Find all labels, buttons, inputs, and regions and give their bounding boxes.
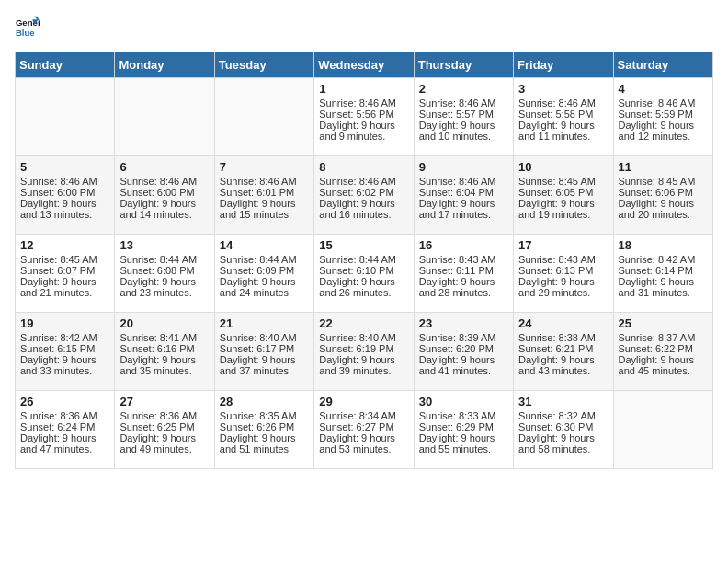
calendar-cell: 7Sunrise: 8:46 AMSunset: 6:01 PMDaylight… xyxy=(214,156,313,235)
col-header-wednesday: Wednesday xyxy=(314,52,414,78)
calendar-cell: 10Sunrise: 8:45 AMSunset: 6:05 PMDayligh… xyxy=(514,156,613,235)
day-number: 18 xyxy=(619,238,708,252)
calendar-cell: 2Sunrise: 8:46 AMSunset: 5:57 PMDaylight… xyxy=(414,78,513,156)
cell-info: Sunrise: 8:46 AM xyxy=(619,98,708,109)
logo-icon: General Blue xyxy=(15,15,40,40)
calendar-cell: 22Sunrise: 8:40 AMSunset: 6:19 PMDayligh… xyxy=(314,313,414,391)
cell-info: Sunrise: 8:34 AM xyxy=(319,410,408,421)
calendar-cell: 29Sunrise: 8:34 AMSunset: 6:27 PMDayligh… xyxy=(314,391,414,469)
cell-info: Sunset: 5:59 PM xyxy=(619,109,708,120)
calendar-cell: 6Sunrise: 8:46 AMSunset: 6:00 PMDaylight… xyxy=(115,156,214,235)
cell-info: and 14 minutes. xyxy=(119,209,209,220)
day-number: 11 xyxy=(619,160,708,174)
cell-info: and 29 minutes. xyxy=(518,287,608,298)
cell-info: Sunrise: 8:42 AM xyxy=(619,254,708,265)
calendar-cell: 20Sunrise: 8:41 AMSunset: 6:16 PMDayligh… xyxy=(115,313,214,391)
cell-info: Sunrise: 8:39 AM xyxy=(419,332,508,343)
cell-info: and 26 minutes. xyxy=(319,287,408,298)
day-number: 23 xyxy=(419,316,508,330)
cell-info: Sunset: 6:09 PM xyxy=(220,265,309,276)
cell-info: and 13 minutes. xyxy=(20,209,109,220)
day-number: 15 xyxy=(319,238,408,252)
cell-info: Sunrise: 8:46 AM xyxy=(20,176,109,187)
cell-info: Sunset: 6:02 PM xyxy=(319,187,408,198)
calendar-cell: 17Sunrise: 8:43 AMSunset: 6:13 PMDayligh… xyxy=(514,235,613,313)
cell-info: Sunrise: 8:46 AM xyxy=(319,176,408,187)
cell-info: Sunset: 6:11 PM xyxy=(419,265,508,276)
cell-info: Daylight: 9 hours xyxy=(619,198,708,209)
day-number: 16 xyxy=(419,238,508,252)
calendar-cell: 26Sunrise: 8:36 AMSunset: 6:24 PMDayligh… xyxy=(16,391,115,469)
calendar-cell: 30Sunrise: 8:33 AMSunset: 6:29 PMDayligh… xyxy=(414,391,513,469)
cell-info: Sunrise: 8:38 AM xyxy=(518,332,608,343)
cell-info: Sunset: 6:21 PM xyxy=(518,343,608,354)
col-header-thursday: Thursday xyxy=(414,52,513,78)
cell-info: Sunset: 6:04 PM xyxy=(419,187,508,198)
cell-info: Daylight: 9 hours xyxy=(419,120,508,131)
cell-info: Sunrise: 8:43 AM xyxy=(518,254,608,265)
day-number: 22 xyxy=(319,316,408,330)
cell-info: Daylight: 9 hours xyxy=(220,198,309,209)
cell-info: Sunrise: 8:37 AM xyxy=(619,332,708,343)
day-number: 7 xyxy=(220,160,309,174)
cell-info: Daylight: 9 hours xyxy=(319,276,408,287)
day-number: 10 xyxy=(518,160,608,174)
calendar-cell: 8Sunrise: 8:46 AMSunset: 6:02 PMDaylight… xyxy=(314,156,414,235)
cell-info: Sunrise: 8:46 AM xyxy=(419,98,508,109)
day-number: 28 xyxy=(220,395,309,408)
cell-info: Sunrise: 8:46 AM xyxy=(319,98,408,109)
cell-info: and 55 minutes. xyxy=(419,443,508,454)
cell-info: Sunset: 6:13 PM xyxy=(518,265,608,276)
cell-info: Sunrise: 8:46 AM xyxy=(518,98,608,109)
cell-info: Daylight: 9 hours xyxy=(619,120,708,131)
cell-info: Daylight: 9 hours xyxy=(119,354,209,365)
week-row-4: 19Sunrise: 8:42 AMSunset: 6:15 PMDayligh… xyxy=(16,313,713,391)
cell-info: Daylight: 9 hours xyxy=(20,432,109,443)
cell-info: and 17 minutes. xyxy=(419,209,508,220)
svg-text:General: General xyxy=(16,17,40,28)
day-number: 3 xyxy=(518,82,608,96)
cell-info: Daylight: 9 hours xyxy=(20,198,109,209)
cell-info: Sunset: 5:58 PM xyxy=(518,109,608,120)
calendar-cell: 19Sunrise: 8:42 AMSunset: 6:15 PMDayligh… xyxy=(16,313,115,391)
calendar-cell: 1Sunrise: 8:46 AMSunset: 5:56 PMDaylight… xyxy=(314,78,414,156)
calendar-cell xyxy=(613,391,712,469)
cell-info: and 21 minutes. xyxy=(20,287,109,298)
day-number: 19 xyxy=(20,316,109,330)
cell-info: Daylight: 9 hours xyxy=(419,432,508,443)
day-number: 30 xyxy=(419,395,508,408)
cell-info: Sunrise: 8:45 AM xyxy=(619,176,708,187)
cell-info: Daylight: 9 hours xyxy=(319,432,408,443)
cell-info: and 33 minutes. xyxy=(20,365,109,376)
cell-info: Daylight: 9 hours xyxy=(518,354,608,365)
cell-info: Sunrise: 8:36 AM xyxy=(20,410,109,421)
day-number: 5 xyxy=(20,160,109,174)
day-number: 29 xyxy=(319,395,408,408)
cell-info: and 41 minutes. xyxy=(419,365,508,376)
day-number: 26 xyxy=(20,395,109,408)
cell-info: Sunset: 6:16 PM xyxy=(119,343,209,354)
cell-info: Sunset: 6:29 PM xyxy=(419,421,508,432)
day-number: 8 xyxy=(319,160,408,174)
calendar-cell: 16Sunrise: 8:43 AMSunset: 6:11 PMDayligh… xyxy=(414,235,513,313)
cell-info: Sunrise: 8:45 AM xyxy=(20,254,109,265)
cell-info: Sunrise: 8:40 AM xyxy=(220,332,309,343)
day-number: 4 xyxy=(619,82,708,96)
calendar-cell: 21Sunrise: 8:40 AMSunset: 6:17 PMDayligh… xyxy=(214,313,313,391)
cell-info: and 11 minutes. xyxy=(518,131,608,142)
cell-info: and 45 minutes. xyxy=(619,365,708,376)
cell-info: and 12 minutes. xyxy=(619,131,708,142)
calendar-cell xyxy=(214,78,313,156)
calendar-cell xyxy=(16,78,115,156)
cell-info: Sunset: 6:06 PM xyxy=(619,187,708,198)
cell-info: Sunrise: 8:40 AM xyxy=(319,332,408,343)
cell-info: and 35 minutes. xyxy=(119,365,209,376)
cell-info: and 47 minutes. xyxy=(20,443,109,454)
cell-info: Daylight: 9 hours xyxy=(518,432,608,443)
calendar-cell: 18Sunrise: 8:42 AMSunset: 6:14 PMDayligh… xyxy=(613,235,712,313)
day-number: 9 xyxy=(419,160,508,174)
cell-info: Daylight: 9 hours xyxy=(319,354,408,365)
cell-info: and 51 minutes. xyxy=(220,443,309,454)
calendar-cell: 28Sunrise: 8:35 AMSunset: 6:26 PMDayligh… xyxy=(214,391,313,469)
cell-info: Daylight: 9 hours xyxy=(518,276,608,287)
